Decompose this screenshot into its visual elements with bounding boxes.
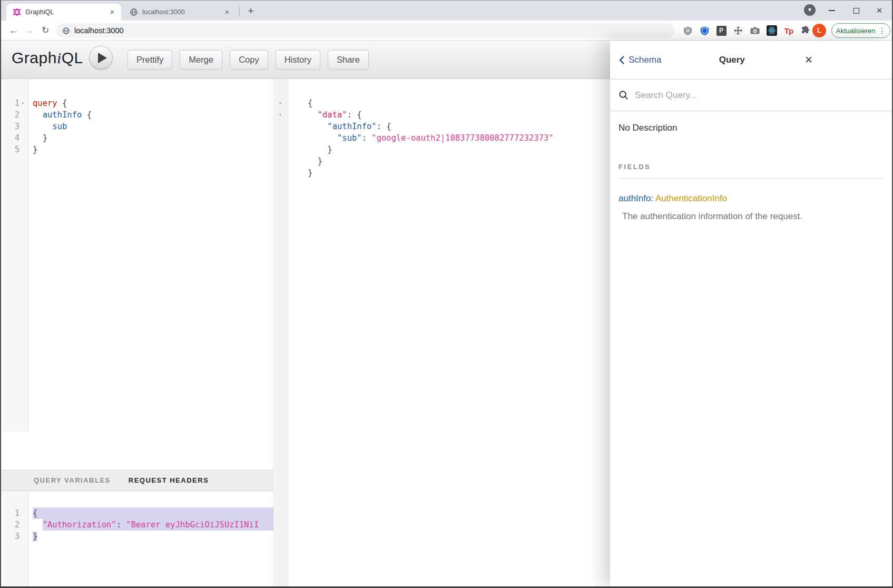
line-number: 3 [1, 121, 28, 132]
window-close-button[interactable]: × [871, 3, 887, 18]
tab-graphiql[interactable]: GraphiQL × [6, 4, 121, 21]
variables-headers-tabbar: QUERY VARIABLES REQUEST HEADERS [1, 470, 274, 491]
result-pane: ▾ ▾ { "data": { "authInfo": { "sub": "go… [274, 79, 612, 586]
result-viewer[interactable]: { "data": { "authInfo": { "sub": "google… [274, 79, 612, 179]
tp-extension-icon[interactable]: Tp [783, 25, 794, 36]
doc-close-icon[interactable]: ✕ [802, 53, 815, 67]
bitwarden-shield-icon[interactable] [699, 25, 710, 36]
graphiql-favicon [13, 8, 21, 16]
field-name-link[interactable]: authInfo [619, 193, 651, 203]
tab-query-variables[interactable]: QUERY VARIABLES [34, 475, 111, 486]
tab-close-icon[interactable]: × [222, 7, 232, 17]
line-number: 1 [1, 507, 28, 519]
update-browser-button[interactable]: Aktualisieren ⋮ [831, 23, 890, 38]
tab-request-headers[interactable]: REQUEST HEADERS [129, 475, 209, 486]
url-text: localhost:3000 [74, 26, 124, 35]
history-button[interactable]: History [276, 50, 320, 70]
move-tool-icon[interactable] [732, 25, 744, 36]
request-headers-editor[interactable]: { "Authorization": "Bearer eyJhbGciOiJSU… [28, 491, 273, 588]
update-label: Aktualisieren [836, 27, 875, 35]
toolbar-buttons: Prettify Merge Copy History Share [127, 50, 369, 70]
query-editor[interactable]: query { authInfo { sub } } [28, 79, 273, 155]
play-icon [98, 53, 107, 63]
field-type-link[interactable]: AuthenticationInfo [655, 193, 727, 203]
tab-title: localhost:3000 [142, 8, 222, 16]
doc-title: Query [661, 55, 802, 65]
no-description-text: No Description [619, 123, 884, 133]
doc-explorer-panel: Schema Query ✕ No Description FIELDS aut… [610, 41, 892, 586]
search-icon [619, 90, 629, 100]
field-row: authInfo: AuthenticationInfo [619, 193, 884, 204]
tab-title: GraphiQL [25, 8, 107, 16]
line-number: 5 [1, 144, 28, 155]
tab-separator [239, 7, 240, 16]
forward-icon[interactable]: → [22, 23, 37, 38]
back-icon[interactable]: ← [6, 23, 21, 38]
graphiql-logo: GraphiQL [12, 49, 83, 67]
line-number: 2 [1, 109, 28, 121]
shield-extension-icon[interactable]: U [682, 25, 693, 36]
fold-arrow-icon[interactable]: ▾ [21, 97, 24, 109]
field-description: The authentication information of the re… [619, 211, 884, 222]
globe-icon [130, 8, 138, 16]
reload-icon[interactable]: ↻ [38, 23, 53, 38]
tab-close-icon[interactable]: × [107, 7, 117, 17]
merge-button[interactable]: Merge [180, 50, 222, 70]
tab-localhost[interactable]: localhost:3000 × [123, 4, 236, 21]
execute-query-button[interactable] [89, 46, 113, 70]
doc-search-row [610, 80, 892, 111]
doc-explorer-header: Schema Query ✕ [610, 41, 892, 80]
browser-update-menu-icon[interactable]: ▼ [804, 4, 816, 16]
extensions-row: U P Tp [682, 25, 811, 36]
doc-back-link[interactable]: Schema [619, 55, 661, 65]
line-number: 4 [1, 132, 28, 144]
chevron-left-icon [619, 55, 625, 65]
copy-button[interactable]: Copy [230, 50, 268, 70]
puzzle-extensions-icon[interactable] [800, 25, 811, 36]
query-pane: 1 2 3 4 5 ▾ query { authInfo { sub } } Q… [1, 79, 274, 586]
camera-icon[interactable] [749, 25, 761, 36]
p-extension-icon[interactable]: P [715, 25, 727, 36]
prettify-button[interactable]: Prettify [127, 50, 172, 70]
share-button[interactable]: Share [328, 50, 369, 70]
browser-titlebar: GraphiQL × localhost:3000 × + ▼ × [1, 1, 892, 21]
menu-dots-icon[interactable]: ⋮ [878, 26, 886, 35]
line-number: 3 [1, 531, 28, 542]
site-globe-icon [62, 27, 70, 35]
browser-window: GraphiQL × localhost:3000 × + ▼ × ← → ↻ … [0, 0, 893, 588]
query-editor-gutter: 1 2 3 4 5 ▾ [1, 79, 28, 432]
address-bar[interactable]: localhost:3000 [56, 23, 674, 38]
browser-navbar: ← → ↻ localhost:3000 U P [1, 21, 892, 41]
doc-content: No Description FIELDS authInfo: Authenti… [610, 111, 892, 222]
new-tab-button[interactable]: + [244, 5, 257, 18]
window-maximize-button[interactable] [848, 3, 864, 18]
line-number: 2 [1, 519, 28, 531]
fields-section-header: FIELDS [619, 163, 884, 179]
headers-editor-gutter: 1 2 3 [1, 491, 28, 588]
doc-search-input[interactable] [635, 90, 809, 101]
profile-avatar[interactable]: L [812, 24, 826, 37]
react-devtools-icon[interactable] [766, 25, 778, 36]
shield-letter: U [686, 28, 689, 33]
doc-back-label: Schema [629, 55, 661, 65]
graphiql-page: GraphiQL Prettify Merge Copy History Sha… [1, 41, 892, 586]
window-minimize-button[interactable] [824, 3, 840, 18]
